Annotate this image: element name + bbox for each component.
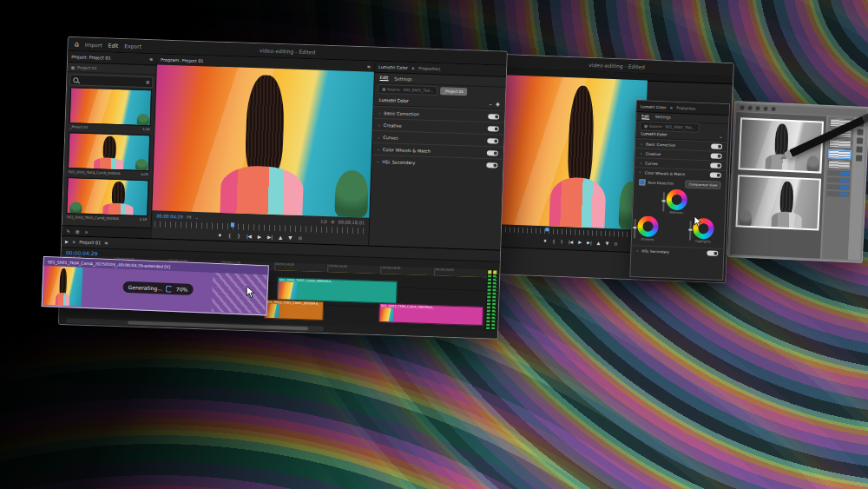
bin-row[interactable]: ▦ Project 01 — [68, 63, 156, 75]
property-row[interactable] — [826, 184, 849, 190]
tab-settings[interactable]: Settings — [394, 76, 412, 82]
clip-label: S01_Sh03_Tk04_CamA_00000AA_ — [381, 304, 483, 311]
project-chip[interactable]: _Project 01 — [440, 87, 467, 96]
settings-icon[interactable]: ⚙ — [331, 219, 335, 224]
playhead[interactable] — [231, 222, 234, 227]
mark-in-icon[interactable]: { — [228, 233, 232, 238]
step-forward-icon[interactable]: ▶| — [267, 235, 273, 240]
marker-icon[interactable]: ♦ — [543, 238, 548, 243]
shadows-slider[interactable] — [634, 219, 636, 238]
item-label: S01_Sh02_Tk01_CamB_00000A — [67, 215, 119, 221]
marker-icon[interactable]: ♦ — [218, 233, 222, 238]
step-back-icon[interactable]: |◀ — [569, 239, 574, 244]
tool-icon[interactable] — [764, 107, 768, 111]
toggle-color-wheels[interactable] — [710, 172, 721, 177]
tool-icon[interactable] — [857, 129, 863, 135]
collapse-icon[interactable]: ▶ — [65, 239, 69, 244]
tab-properties[interactable]: Properties — [418, 65, 440, 71]
menu-icon[interactable]: ≡ — [149, 56, 153, 62]
close-icon[interactable]: × — [411, 65, 415, 70]
lift-icon[interactable]: ▲ — [279, 235, 282, 240]
toggle-basic-correction[interactable] — [711, 143, 722, 149]
toggle-hsl-secondary[interactable] — [707, 250, 718, 255]
grid-view-icon[interactable]: ▦ — [76, 228, 80, 234]
export-frame-icon[interactable]: ⊙ — [614, 241, 617, 246]
tab-properties[interactable]: Properties — [676, 105, 695, 110]
tool-icon[interactable] — [772, 107, 776, 111]
project-item[interactable]: S01_Sh02_Tk01_CamB_00000A 2;18 — [66, 177, 149, 223]
property-row[interactable] — [827, 177, 850, 183]
midtones-slider[interactable] — [662, 192, 665, 211]
pen-icon[interactable]: ✎ — [66, 228, 69, 234]
tool-icon[interactable] — [756, 106, 760, 110]
resolution-select[interactable]: 1/2 — [320, 219, 327, 224]
timeline-clip-magenta[interactable]: S01_Sh03_Tk04_CamA_00000AA_ — [378, 303, 483, 326]
timeline-clip-orange[interactable]: S01_Sh02_Tk01_CamC_00000AA_ — [264, 300, 324, 320]
toggle-curves[interactable] — [487, 138, 498, 143]
storyboard-frame[interactable] — [735, 175, 821, 230]
menu-icon[interactable]: ≡ — [104, 241, 108, 246]
toggle-creative[interactable] — [711, 153, 722, 158]
preset-item[interactable] — [829, 139, 852, 149]
playhead[interactable] — [545, 228, 549, 231]
toggle-hsl-secondary[interactable] — [486, 162, 497, 168]
search-icon — [73, 77, 78, 83]
shadows-wheel[interactable] — [637, 215, 659, 237]
section-label: Creative — [384, 122, 484, 131]
tool-icon[interactable] — [740, 105, 745, 109]
close-icon[interactable]: × — [72, 239, 76, 244]
play-icon[interactable]: ▶ — [578, 240, 582, 245]
project-panel: Project: Project 01 ≡ ▦ Project 01 ▦ — [62, 51, 157, 238]
eye-icon[interactable]: ◉ — [496, 101, 500, 106]
highlights-slider[interactable] — [689, 221, 692, 240]
property-row[interactable] — [827, 170, 850, 176]
generating-percent: 70% — [176, 286, 188, 293]
lift-icon[interactable]: ▲ — [597, 240, 601, 245]
project-item[interactable]: _Project 01 1;04 — [69, 87, 152, 133]
close-icon[interactable]: × — [669, 105, 673, 109]
toggle-creative[interactable] — [488, 126, 499, 131]
folder-icon[interactable]: ▦ — [146, 80, 149, 84]
comparison-view-button[interactable]: Comparison View — [685, 180, 720, 189]
step-back-icon[interactable]: |◀ — [247, 234, 252, 239]
search-input[interactable]: ▦ — [69, 74, 153, 88]
project-item[interactable]: S01_Sh01_Tk04_CamA_00000A 4;29 — [68, 132, 151, 178]
preset-item[interactable] — [828, 160, 851, 169]
midtones-wheel[interactable] — [666, 188, 687, 210]
tab-edit[interactable]: Edit — [380, 75, 389, 81]
menu-icon[interactable]: ≡ — [367, 63, 371, 69]
toggle-basic-correction[interactable] — [488, 114, 499, 119]
tool-icon[interactable] — [856, 137, 862, 143]
lumetri-panel-back: Lumetri Color × Properties Edit Settings… — [629, 100, 730, 281]
tab-lumetri-color[interactable]: Lumetri Color — [641, 104, 667, 109]
tab-settings[interactable]: Settings — [655, 115, 671, 120]
mark-out-icon[interactable]: } — [237, 234, 240, 239]
extract-icon[interactable]: ▼ — [288, 235, 292, 241]
face-detection-checkbox[interactable] — [639, 179, 645, 185]
property-row[interactable] — [826, 191, 849, 197]
extract-icon[interactable]: ▼ — [605, 241, 608, 246]
person-sweater — [771, 211, 802, 228]
zoom-select[interactable]: Fit — [187, 215, 192, 220]
export-frame-icon[interactable]: ⊙ — [298, 235, 302, 241]
preset-item-selected[interactable] — [828, 149, 851, 159]
plant — [739, 210, 752, 227]
list-view-icon[interactable]: ≡ — [84, 228, 88, 234]
tool-icon[interactable] — [748, 106, 753, 110]
tab-sequence[interactable]: Project 01 — [79, 240, 101, 246]
tab-program[interactable]: Program: Project 01 — [161, 57, 204, 64]
tab-edit[interactable]: Edit — [641, 114, 649, 119]
play-icon[interactable]: ▶ — [258, 234, 261, 239]
mark-in-icon[interactable]: { — [552, 238, 555, 243]
generating-clip[interactable]: S01_Sh01_Tk04_CamA_20250103_-00;00;04;29… — [42, 256, 269, 315]
step-forward-icon[interactable]: ▶| — [587, 240, 592, 245]
tab-project[interactable]: Project: Project 01 — [71, 54, 111, 61]
tab-lumetri-color[interactable]: Lumetri Color — [378, 64, 408, 70]
mark-out-icon[interactable]: } — [560, 239, 562, 244]
current-timecode: 00;00;04;29 — [156, 214, 183, 220]
toggle-color-wheels[interactable] — [487, 150, 498, 155]
tool-icon[interactable] — [855, 155, 861, 161]
tool-icon[interactable] — [856, 146, 862, 152]
source-chip[interactable]: ▦ Source · S01_Sh01_Tk0... — [378, 84, 437, 96]
toggle-curves[interactable] — [710, 162, 721, 168]
